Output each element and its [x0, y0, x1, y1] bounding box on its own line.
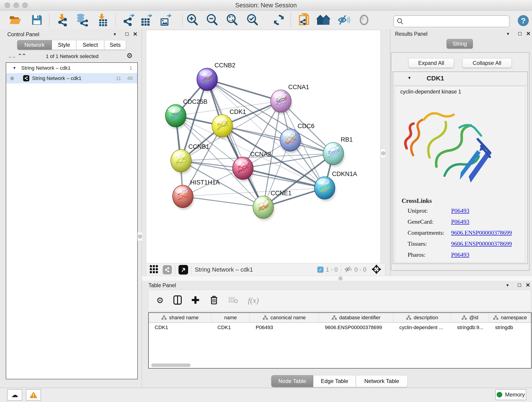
search-input[interactable] [404, 17, 509, 26]
table-cell[interactable]: stringdb:9... [451, 323, 489, 332]
warnings-button[interactable] [26, 389, 41, 401]
table-panel-collapse-icon[interactable]: ▾ [506, 282, 509, 288]
network-node[interactable]: CDK1 [212, 108, 246, 139]
birdseye-grid-icon[interactable] [149, 265, 158, 275]
refresh-icon[interactable] [272, 13, 286, 27]
view-toolbar-separator [191, 265, 191, 274]
open-session-icon[interactable] [8, 13, 22, 27]
crosslink-value-link[interactable]: 9606.ENSP00000378699 [451, 240, 512, 247]
table-settings-icon[interactable]: ⚙ [156, 296, 164, 305]
save-session-icon[interactable] [30, 13, 44, 27]
tab-style[interactable]: Style [52, 40, 76, 50]
horizontal-splitter[interactable] [142, 276, 532, 281]
tab-network-table[interactable]: Network Table [356, 375, 408, 387]
zoom-selected-icon[interactable] [245, 13, 260, 27]
column-header-description[interactable]: description [393, 313, 451, 322]
cdk1-expand-icon[interactable]: ▼ [407, 76, 412, 80]
tab-node-table[interactable]: Node Table [271, 375, 313, 387]
results-panel-close-icon[interactable]: ✕ [526, 31, 531, 37]
table-row[interactable]: CDK1CDK1P064939606.ENSP00000378699cyclin… [149, 323, 531, 332]
collapse-all-button[interactable]: Collapse All [462, 58, 512, 68]
memory-button[interactable]: Memory [495, 389, 526, 400]
network-row[interactable]: String Network – cdk1 11 48 [6, 73, 137, 83]
column-header-database-identifier[interactable]: database identifier [319, 313, 393, 322]
tab-edge-table[interactable]: Edge Table [313, 375, 356, 387]
table-cell[interactable]: P06493 [250, 323, 319, 332]
table-cell[interactable]: CDK1 [211, 323, 250, 332]
results-panel-collapse-icon[interactable]: ▾ [507, 31, 509, 36]
tab-network[interactable]: Network [17, 40, 52, 50]
control-panel-float-icon[interactable]: ◻ [125, 31, 129, 37]
selected-checkbox-icon[interactable]: ✓ [317, 267, 323, 273]
crosslink-value-link[interactable]: P06493 [451, 207, 469, 214]
add-column-icon[interactable] [191, 296, 200, 305]
table-cell[interactable]: 9606.ENSP00000378699 [319, 323, 393, 332]
cloud-button[interactable]: ☁ [7, 389, 22, 401]
delete-table-icon[interactable] [228, 296, 238, 305]
hide-details-icon[interactable] [337, 13, 351, 27]
network-edge[interactable] [207, 79, 263, 207]
network-node[interactable]: CDKN1A [314, 171, 357, 201]
zoom-fit-icon[interactable] [225, 13, 239, 27]
table-horizontal-scrollbar[interactable] [151, 364, 191, 367]
column-header-canonical-name[interactable]: canonical name [250, 313, 319, 322]
horizontal-splitter-handle[interactable] [338, 276, 342, 281]
column-header--id[interactable]: @id [451, 313, 489, 322]
network-canvas[interactable]: CCNB2CCNA1CDC25BCDK1CDC6RB1CCNB1CCNA2CDK… [146, 30, 381, 264]
network-node[interactable]: CCNE1 [253, 190, 292, 220]
expand-all-button[interactable]: Expand All [408, 58, 454, 68]
control-panel-collapse-icon[interactable]: ▾ [114, 32, 116, 37]
export-image-icon[interactable] [159, 13, 173, 27]
tab-select[interactable]: Select [76, 40, 104, 50]
expand-all-networks-icon[interactable]: ⌃⌃ [17, 52, 26, 60]
network-node[interactable]: CCNA1 [271, 84, 309, 114]
network-node[interactable]: CDC6 [280, 123, 315, 153]
delete-column-icon[interactable] [210, 295, 218, 306]
open-in-window-icon[interactable] [178, 265, 188, 274]
column-header-name[interactable]: name [211, 313, 250, 322]
column-header-namespace[interactable]: namespace [489, 313, 531, 322]
crosslink-value-link[interactable]: P06493 [451, 251, 469, 258]
network-results-splitter-handle[interactable] [381, 149, 386, 158]
network-options-gear-icon[interactable]: ⚙ [127, 51, 133, 60]
table-cell[interactable]: CDK1 [149, 323, 211, 332]
network-overview-icon[interactable] [317, 13, 331, 27]
results-panel-float-icon[interactable]: ◻ [518, 31, 522, 36]
import-database-icon[interactable] [75, 13, 89, 27]
export-table-icon[interactable] [139, 13, 154, 27]
copy-share-icon[interactable] [298, 13, 312, 27]
zoom-in-icon[interactable] [185, 13, 200, 27]
node-table[interactable]: shared namenamecanonical namedatabase id… [148, 313, 532, 369]
string-view-icon[interactable] [163, 265, 172, 274]
table-cell[interactable]: stringdb [489, 323, 531, 332]
export-network-icon[interactable] [121, 13, 136, 27]
zoom-out-icon[interactable] [205, 13, 219, 27]
crosslink-value-link[interactable]: 9606.ENSP00000378699 [451, 230, 512, 236]
network-node[interactable]: HIST1H1A [172, 179, 220, 210]
table-cell[interactable]: cyclin-dependent ... [393, 323, 451, 332]
column-header-shared-name[interactable]: shared name [149, 313, 211, 322]
import-table-icon[interactable] [96, 13, 110, 27]
show-details-icon[interactable] [357, 13, 371, 27]
collapse-all-networks-icon[interactable]: ⌄⌄ [7, 52, 16, 60]
table-panel-float-icon[interactable]: ◻ [517, 282, 521, 288]
function-builder-icon[interactable]: f(x) [248, 296, 259, 305]
fit-selected-crosshair-icon[interactable] [371, 264, 381, 275]
show-columns-icon[interactable] [173, 295, 182, 306]
collection-expand-icon[interactable]: ▼ [13, 66, 16, 70]
control-panel-close-icon[interactable]: ✕ [133, 31, 138, 37]
tab-string[interactable]: String [447, 39, 473, 49]
help-icon[interactable]: ? [518, 15, 529, 26]
network-node[interactable]: CCNB2 [197, 62, 235, 93]
network-node[interactable]: RB1 [323, 136, 353, 167]
network-collection-row[interactable]: ▼ String Network – cdk1 1 [6, 63, 137, 73]
import-network-icon[interactable] [55, 13, 70, 27]
network-edge[interactable] [222, 126, 333, 153]
tab-sets[interactable]: Sets [104, 40, 126, 50]
control-panel-splitter-handle[interactable] [138, 232, 142, 241]
cdk1-card-header[interactable]: ▼ CDK1 [393, 72, 527, 85]
crosslink-value-link[interactable]: P06493 [451, 218, 469, 225]
table-panel-close-icon[interactable]: ✕ [526, 282, 530, 288]
network-edge[interactable] [183, 196, 263, 207]
protein-structure-image [402, 100, 496, 192]
